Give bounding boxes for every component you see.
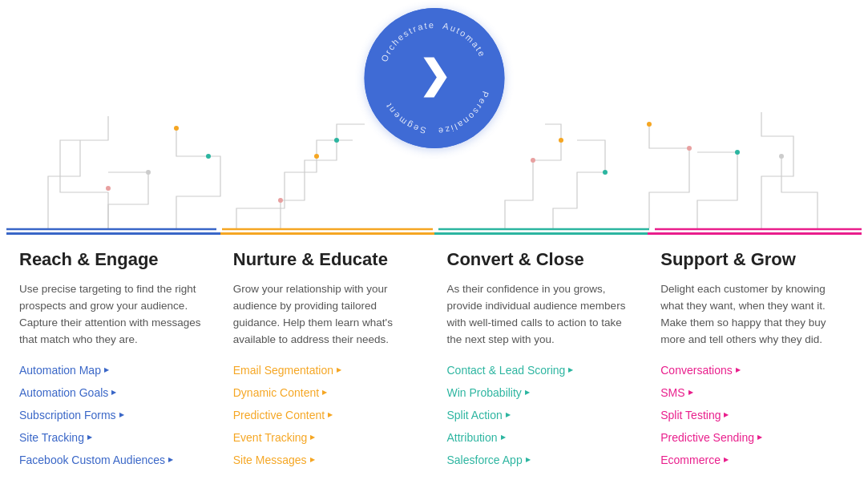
list-item: Split Action (447, 408, 636, 422)
diagram-area: ❯ Orchestrate Segment Automate (0, 0, 868, 232)
column-links-support: ConversationsSMSSplit TestingPredictive … (660, 363, 849, 467)
svg-point-6 (334, 138, 339, 143)
column-links-nurture: Email SegmentationDynamic ContentPredict… (233, 363, 422, 467)
list-item: Contact & Lead Scoring (447, 363, 636, 377)
list-item: Ecommerce (660, 453, 849, 467)
svg-point-2 (206, 154, 211, 159)
list-item: Win Probability (447, 385, 636, 400)
svg-point-7 (531, 158, 535, 163)
page-wrapper: ❯ Orchestrate Segment Automate (0, 0, 868, 475)
list-item: Site Tracking (19, 430, 208, 445)
link-split-testing[interactable]: Split Testing (660, 409, 729, 421)
column-reach: Reach & EngageUse precise targeting to f… (6, 232, 220, 475)
svg-point-1 (174, 126, 179, 131)
link-conversations[interactable]: Conversations (660, 364, 741, 377)
list-item: Event Tracking (233, 430, 422, 445)
list-item: Automation Map (19, 363, 208, 377)
link-site-tracking[interactable]: Site Tracking (19, 431, 92, 444)
link-contact-&-lead-scoring[interactable]: Contact & Lead Scoring (447, 364, 574, 377)
link-sms[interactable]: SMS (660, 386, 692, 399)
column-support: Support & GrowDelight each customer by k… (648, 232, 862, 475)
link-facebook-custom-audiences[interactable]: Facebook Custom Audiences (19, 454, 173, 466)
link-split-action[interactable]: Split Action (447, 409, 511, 421)
column-desc-nurture: Grow your relationship with your audienc… (233, 281, 422, 349)
list-item: Dynamic Content (233, 385, 422, 400)
columns-wrapper: Reach & EngageUse precise targeting to f… (0, 232, 868, 475)
column-convert: Convert & CloseAs their confidence in yo… (434, 232, 648, 475)
column-desc-convert: As their confidence in you grows, provid… (447, 281, 636, 349)
list-item: SMS (660, 385, 849, 400)
link-ecommerce[interactable]: Ecommerce (660, 454, 729, 466)
list-item: Attribution (447, 430, 636, 445)
svg-point-9 (603, 170, 608, 175)
column-title-support: Support & Grow (660, 249, 849, 270)
svg-point-12 (735, 150, 740, 155)
column-title-nurture: Nurture & Educate (233, 249, 422, 270)
link-automation-goals[interactable]: Automation Goals (19, 386, 116, 399)
svg-point-0 (106, 186, 111, 191)
link-dynamic-content[interactable]: Dynamic Content (233, 386, 327, 399)
link-attribution[interactable]: Attribution (447, 431, 506, 444)
list-item: Predictive Sending (660, 430, 849, 445)
list-item: Email Segmentation (233, 363, 422, 377)
svg-point-10 (687, 146, 692, 151)
svg-point-8 (559, 138, 563, 143)
column-title-reach: Reach & Engage (19, 249, 208, 270)
svg-point-4 (278, 198, 283, 203)
link-subscription-forms[interactable]: Subscription Forms (19, 409, 124, 421)
svg-point-3 (146, 170, 151, 175)
center-circle: ❯ Orchestrate Segment Automate (364, 8, 504, 148)
link-email-segmentation[interactable]: Email Segmentation (233, 364, 341, 377)
column-title-convert: Convert & Close (447, 249, 636, 270)
link-event-tracking[interactable]: Event Tracking (233, 431, 316, 444)
list-item: Predictive Content (233, 408, 422, 422)
list-item: Conversations (660, 363, 849, 377)
link-site-messages[interactable]: Site Messages (233, 454, 315, 466)
list-item: Salesforce App (447, 453, 636, 467)
list-item: Site Messages (233, 453, 422, 467)
svg-point-5 (314, 154, 319, 159)
column-nurture: Nurture & EducateGrow your relationship … (220, 232, 434, 475)
svg-point-11 (647, 122, 652, 127)
link-salesforce-app[interactable]: Salesforce App (447, 454, 531, 466)
svg-point-13 (779, 154, 784, 159)
column-desc-reach: Use precise targeting to find the right … (19, 281, 208, 349)
link-predictive-content[interactable]: Predictive Content (233, 409, 333, 421)
link-predictive-sending[interactable]: Predictive Sending (660, 431, 762, 444)
link-automation-map[interactable]: Automation Map (19, 364, 109, 377)
column-links-convert: Contact & Lead ScoringWin ProbabilitySpl… (447, 363, 636, 467)
link-win-probability[interactable]: Win Probability (447, 386, 530, 399)
svg-text:❯: ❯ (418, 54, 450, 98)
column-desc-support: Delight each customer by knowing what th… (660, 281, 849, 349)
list-item: Subscription Forms (19, 408, 208, 422)
column-links-reach: Automation MapAutomation GoalsSubscripti… (19, 363, 208, 467)
list-item: Split Testing (660, 408, 849, 422)
list-item: Facebook Custom Audiences (19, 453, 208, 467)
list-item: Automation Goals (19, 385, 208, 400)
